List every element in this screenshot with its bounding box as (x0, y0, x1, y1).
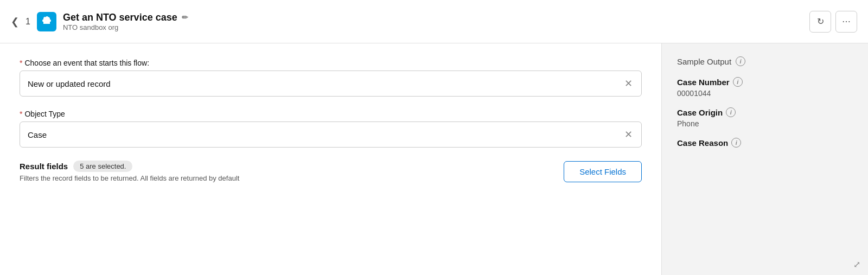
title-text: Get an NTO service case (63, 12, 177, 23)
result-fields-desc: Filters the record fields to be returned… (20, 174, 239, 182)
sample-output-header: Sample Output i (677, 56, 853, 66)
required-star-event: * (20, 59, 22, 67)
header-subtitle: NTO sandbox org (63, 23, 188, 31)
case-number-value: 00001044 (677, 89, 853, 98)
event-label: *Choose an event that starts this flow: (20, 59, 642, 67)
object-field-group: *Object Type Case ✕ (20, 110, 642, 148)
required-star-object: * (20, 110, 22, 118)
output-item-case-origin: Case Origin i Phone (677, 107, 853, 128)
right-panel: Sample Output i Case Number i 00001044 C… (662, 43, 868, 275)
salesforce-logo (37, 12, 56, 31)
step-number: 1 (25, 17, 30, 27)
left-panel: *Choose an event that starts this flow: … (0, 43, 662, 275)
header: ❮ 1 Get an NTO service case ✏ NTO sandbo… (0, 0, 868, 43)
main-layout: *Choose an event that starts this flow: … (0, 43, 868, 275)
case-number-info-icon[interactable]: i (733, 77, 743, 87)
object-clear-button[interactable]: ✕ (623, 130, 634, 139)
header-right: ↻ ⋯ (809, 11, 857, 33)
event-input-value: New or updated record (28, 79, 623, 88)
case-reason-field-name: Case Reason i (677, 138, 853, 148)
sample-output-info-icon[interactable]: i (736, 56, 745, 66)
case-reason-info-icon[interactable]: i (731, 138, 741, 148)
edit-icon[interactable]: ✏ (182, 13, 188, 22)
object-input-wrapper[interactable]: Case ✕ (20, 121, 642, 148)
result-fields-badge: 5 are selected. (73, 161, 132, 172)
case-origin-field-name: Case Origin i (677, 107, 853, 117)
result-fields-row: Result fields 5 are selected. Filters th… (20, 161, 642, 182)
object-label: *Object Type (20, 110, 642, 118)
object-input-value: Case (28, 130, 623, 139)
result-fields-label: Result fields (20, 162, 68, 171)
output-item-case-reason: Case Reason i (677, 138, 853, 148)
header-title-group: Get an NTO service case ✏ NTO sandbox or… (63, 12, 188, 31)
more-options-button[interactable]: ⋯ (835, 11, 857, 33)
header-title: Get an NTO service case ✏ (63, 12, 188, 23)
expand-icon[interactable]: ⤢ (853, 259, 860, 270)
chevron-icon[interactable]: ❮ (11, 16, 19, 28)
case-number-field-name: Case Number i (677, 77, 853, 87)
event-input-wrapper[interactable]: New or updated record ✕ (20, 71, 642, 97)
select-fields-button[interactable]: Select Fields (564, 161, 642, 182)
case-origin-info-icon[interactable]: i (726, 107, 736, 117)
sample-output-label: Sample Output (677, 57, 731, 66)
result-fields-left: Result fields 5 are selected. Filters th… (20, 161, 239, 182)
header-left: ❮ 1 Get an NTO service case ✏ NTO sandbo… (11, 12, 188, 31)
refresh-button[interactable]: ↻ (809, 11, 831, 33)
event-clear-button[interactable]: ✕ (623, 79, 634, 88)
event-field-group: *Choose an event that starts this flow: … (20, 59, 642, 97)
case-origin-value: Phone (677, 119, 853, 128)
result-fields-title-row: Result fields 5 are selected. (20, 161, 239, 172)
output-item-case-number: Case Number i 00001044 (677, 77, 853, 98)
